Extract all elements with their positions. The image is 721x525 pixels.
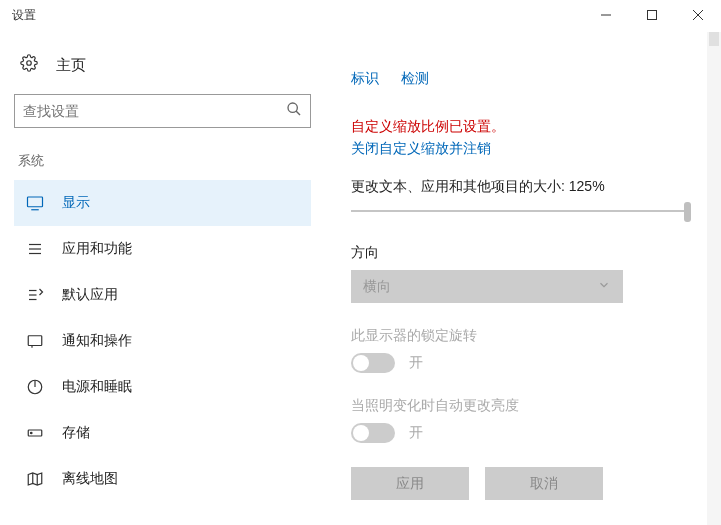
nav-item-label: 显示 bbox=[62, 194, 90, 212]
home-label: 主页 bbox=[56, 56, 86, 75]
nav-item-offline-maps[interactable]: 离线地图 bbox=[14, 456, 311, 502]
search-box[interactable] bbox=[14, 94, 311, 128]
auto-brightness-toggle[interactable] bbox=[351, 423, 395, 443]
scroll-thumb[interactable] bbox=[709, 32, 719, 46]
apply-button[interactable]: 应用 bbox=[351, 467, 469, 500]
orientation-value: 横向 bbox=[363, 278, 391, 296]
default-apps-icon bbox=[26, 286, 44, 304]
titlebar: 设置 bbox=[0, 0, 721, 30]
nav-item-notifications[interactable]: 通知和操作 bbox=[14, 318, 311, 364]
svg-point-5 bbox=[288, 103, 297, 112]
auto-brightness-state: 开 bbox=[409, 424, 423, 442]
map-icon bbox=[26, 470, 44, 488]
nav-item-storage[interactable]: 存储 bbox=[14, 410, 311, 456]
scale-slider[interactable] bbox=[351, 206, 691, 216]
cancel-button[interactable]: 取消 bbox=[485, 467, 603, 500]
disable-custom-scale-link[interactable]: 关闭自定义缩放并注销 bbox=[351, 140, 691, 158]
lock-rotation-toggle[interactable] bbox=[351, 353, 395, 373]
display-icon bbox=[26, 194, 44, 212]
svg-line-6 bbox=[296, 111, 300, 115]
nav-item-power[interactable]: 电源和睡眠 bbox=[14, 364, 311, 410]
detect-link[interactable]: 检测 bbox=[401, 70, 429, 88]
toggle-knob bbox=[353, 425, 369, 441]
slider-track bbox=[351, 210, 688, 212]
auto-brightness-label: 当照明变化时自动更改亮度 bbox=[351, 397, 691, 415]
storage-icon bbox=[26, 424, 44, 442]
chevron-down-icon bbox=[597, 278, 611, 295]
nav-item-label: 存储 bbox=[62, 424, 90, 442]
svg-rect-1 bbox=[648, 11, 657, 20]
custom-scale-warning: 自定义缩放比例已设置。 bbox=[351, 118, 691, 136]
notifications-icon bbox=[26, 332, 44, 350]
nav-list: 显示 应用和功能 默认应用 bbox=[14, 180, 311, 502]
svg-point-4 bbox=[27, 61, 32, 66]
minimize-button[interactable] bbox=[583, 0, 629, 30]
identify-link[interactable]: 标识 bbox=[351, 70, 379, 88]
power-icon bbox=[26, 378, 44, 396]
svg-point-19 bbox=[31, 432, 33, 434]
nav-item-display[interactable]: 显示 bbox=[14, 180, 311, 226]
search-icon bbox=[286, 101, 302, 121]
gear-icon bbox=[20, 54, 38, 76]
section-label: 系统 bbox=[18, 152, 307, 170]
nav-item-label: 应用和功能 bbox=[62, 240, 132, 258]
svg-rect-7 bbox=[28, 197, 43, 207]
nav-item-label: 通知和操作 bbox=[62, 332, 132, 350]
scale-label: 更改文本、应用和其他项目的大小: 125% bbox=[351, 178, 691, 196]
apps-icon bbox=[26, 240, 44, 258]
svg-rect-15 bbox=[28, 336, 42, 346]
slider-thumb[interactable] bbox=[684, 202, 691, 222]
lock-rotation-label: 此显示器的锁定旋转 bbox=[351, 327, 691, 345]
nav-item-label: 默认应用 bbox=[62, 286, 118, 304]
nav-item-label: 离线地图 bbox=[62, 470, 118, 488]
sidebar: 主页 系统 显示 bbox=[0, 30, 325, 525]
svg-marker-20 bbox=[28, 473, 42, 485]
content-pane: 标识 检测 自定义缩放比例已设置。 关闭自定义缩放并注销 更改文本、应用和其他项… bbox=[325, 30, 721, 525]
window-title: 设置 bbox=[12, 7, 36, 24]
close-button[interactable] bbox=[675, 0, 721, 30]
maximize-button[interactable] bbox=[629, 0, 675, 30]
nav-item-label: 电源和睡眠 bbox=[62, 378, 132, 396]
orientation-label: 方向 bbox=[351, 244, 691, 262]
nav-item-apps[interactable]: 应用和功能 bbox=[14, 226, 311, 272]
toggle-knob bbox=[353, 355, 369, 371]
search-input[interactable] bbox=[23, 103, 286, 119]
scrollbar[interactable] bbox=[707, 32, 721, 525]
home-link[interactable]: 主页 bbox=[14, 44, 311, 94]
nav-item-default-apps[interactable]: 默认应用 bbox=[14, 272, 311, 318]
orientation-dropdown[interactable]: 横向 bbox=[351, 270, 623, 303]
lock-rotation-state: 开 bbox=[409, 354, 423, 372]
